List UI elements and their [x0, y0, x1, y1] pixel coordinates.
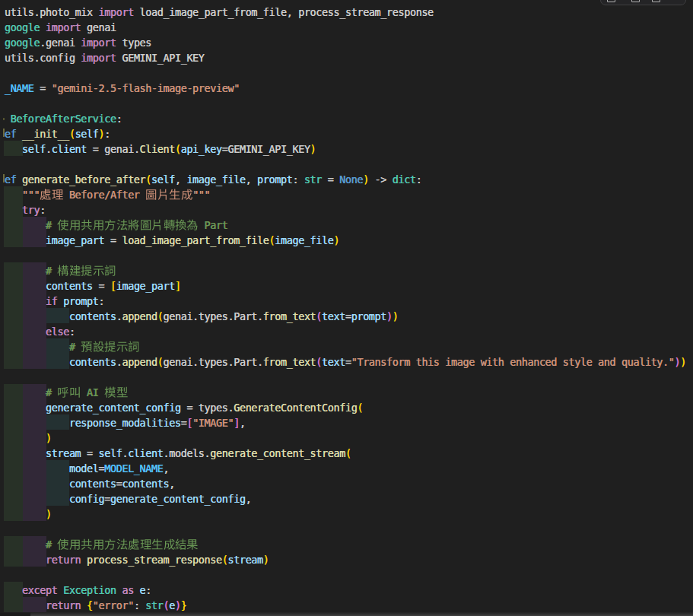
code-line[interactable]: google import genai	[0, 19, 693, 34]
code-line[interactable]: self.client = genai.Client(api_key=GEMIN…	[0, 141, 693, 156]
code-token	[5, 111, 11, 126]
code-line[interactable]: contents.append(genai.types.Part.from_te…	[0, 308, 693, 323]
code-line[interactable]: #	[0, 338, 693, 354]
code-token: genai	[81, 20, 116, 35]
code-token: try	[22, 202, 40, 218]
code-token: =	[81, 446, 98, 461]
code-token: Before/After	[63, 187, 145, 202]
code-line[interactable]: google.genai import types	[0, 34, 693, 49]
code-token: contents	[69, 309, 116, 324]
cjk-char-詞	[104, 265, 116, 276]
code-line[interactable]: )	[0, 506, 693, 521]
code-token: )	[46, 506, 52, 522]
code-line[interactable]: ef generate_before_after(self, image_fil…	[0, 171, 693, 186]
code-token: return	[46, 552, 81, 567]
code-line[interactable]: utils.photo_mix import load_image_part_f…	[0, 4, 693, 19]
code-token: None	[339, 172, 363, 187]
code-line[interactable]: generate_content_config = types.Generate…	[0, 399, 693, 414]
square-outline-icon[interactable]	[607, 0, 615, 2]
code-line[interactable]: image_part = load_image_part_from_file(i…	[0, 232, 693, 247]
cjk-char-法	[116, 538, 128, 550]
code-token: #	[46, 537, 57, 552]
cjk-char-共	[81, 219, 92, 230]
code-line[interactable]: config=generate_content_config,	[0, 491, 693, 506]
code-line[interactable]	[0, 369, 693, 384]
code-line[interactable]: stream = self.client.models.generate_con…	[0, 445, 693, 460]
code-line[interactable]: ef __init__(self):	[0, 125, 693, 141]
code-token: = types.	[181, 400, 234, 415]
code-token: )	[386, 309, 393, 324]
code-token	[134, 583, 140, 598]
code-line[interactable]: #	[0, 536, 693, 551]
square-outline-icon[interactable]	[631, 0, 639, 2]
code-token: (	[316, 309, 322, 324]
code-line[interactable]: return process_stream_response(stream)	[0, 551, 693, 567]
code-token	[5, 598, 46, 613]
code-token: MODEL_NAME	[104, 461, 163, 476]
code-token: contents	[46, 278, 93, 294]
code-token: #	[46, 385, 57, 400]
cjk-char-使	[57, 219, 68, 230]
code-line[interactable]: contents.append(genai.types.Part.from_te…	[0, 354, 693, 369]
code-token: )	[334, 233, 340, 248]
code-token: .genai	[40, 35, 81, 50]
code-token: generate_content_stream	[210, 446, 345, 461]
code-editor-window: utils.photo_mix import load_image_part_f…	[0, 0, 693, 616]
code-token: utils.config	[5, 50, 81, 65]
code-line[interactable]: if prompt:	[0, 293, 693, 308]
code-token: """	[22, 187, 40, 202]
code-token: ->	[369, 172, 393, 187]
code-line[interactable]: try:	[0, 202, 693, 217]
code-line[interactable]	[0, 65, 693, 80]
code-token: =	[322, 172, 339, 187]
code-token: str	[145, 598, 163, 613]
code-line[interactable]: response_modalities=["IMAGE"],	[0, 414, 693, 430]
code-line[interactable]: return {"error": str(e)}	[0, 597, 693, 612]
code-token	[5, 141, 22, 157]
code-token: str	[304, 172, 322, 187]
code-token: self	[22, 141, 46, 157]
code-token: import	[81, 35, 116, 50]
code-line[interactable]	[0, 156, 693, 171]
code-token	[5, 294, 46, 309]
code-token: import	[99, 5, 134, 20]
code-token: ,	[246, 491, 252, 506]
code-token	[5, 476, 69, 491]
cjk-char-型	[116, 386, 128, 398]
code-token: process_stream_response	[87, 552, 222, 567]
code-line[interactable]: _NAME = "gemini-2.5-flash-image-preview"	[0, 80, 693, 95]
code-line[interactable]	[0, 95, 693, 110]
code-line[interactable]: )	[0, 430, 693, 445]
code-token	[5, 446, 46, 461]
code-token: #	[69, 339, 81, 354]
code-line[interactable]: """ Before/After """	[0, 186, 693, 202]
code-line[interactable]: except Exception as e:	[0, 582, 693, 597]
code-token: ,	[164, 461, 170, 476]
code-line[interactable]: contents = [image_part]	[0, 278, 693, 293]
code-token: .	[46, 141, 52, 157]
code-token: e	[140, 583, 146, 598]
cjk-char-處	[128, 538, 139, 550]
code-token: (	[145, 172, 151, 187]
code-line[interactable]	[0, 521, 693, 536]
code-line[interactable]: model=MODEL_NAME,	[0, 460, 693, 475]
code-token: google	[5, 20, 40, 35]
cjk-char-理	[140, 538, 151, 550]
code-line[interactable]: BeforeAfterService:	[0, 110, 693, 125]
code-line[interactable]: # AI	[0, 384, 693, 399]
code-line[interactable]: # Part	[0, 217, 693, 232]
code-line[interactable]: #	[0, 262, 693, 278]
square-outline-icon[interactable]	[652, 0, 660, 2]
code-token: =	[345, 354, 351, 370]
code-line[interactable]	[0, 567, 693, 582]
code-token: append	[122, 309, 157, 324]
code-line[interactable]: else:	[0, 323, 693, 338]
code-line[interactable]: contents=contents,	[0, 475, 693, 491]
code-line[interactable]: utils.config import GEMINI_API_KEY	[0, 49, 693, 65]
code-token: prompt	[257, 172, 292, 187]
code-token: stream	[46, 446, 81, 461]
code-token: except	[22, 583, 57, 598]
code-line[interactable]	[0, 247, 693, 262]
cjk-char-模	[104, 386, 116, 398]
code-token: :	[99, 294, 105, 309]
